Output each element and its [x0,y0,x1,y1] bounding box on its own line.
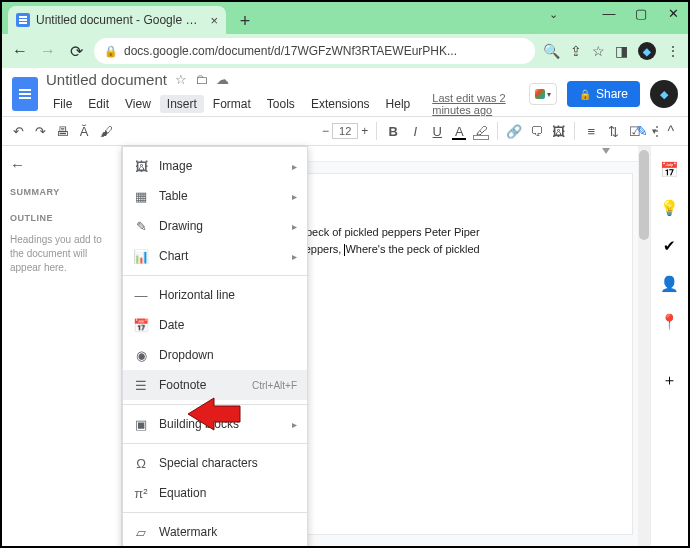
font-size-plus[interactable]: + [361,124,368,138]
insert-table[interactable]: ▦Table▸ [123,181,307,211]
spellcheck-icon[interactable]: Ă [76,123,92,139]
blocks-icon: ▣ [133,416,149,432]
insert-comment-icon[interactable]: 🗨 [528,123,544,139]
menu-item-label: Horizontal line [159,288,297,302]
tab-list-caret-icon[interactable]: ⌄ [549,8,558,21]
pencil-icon: ✎ [636,123,648,139]
toolbar: ↶ ↷ 🖶 Ă 🖌 − 12 + B I U A 🖊 🔗 🗨 🖼 ≡ ⇅ ☑ ⋮… [2,116,688,146]
menu-edit[interactable]: Edit [81,95,116,113]
calendar-icon[interactable]: 📅 [660,160,680,180]
bold-icon[interactable]: B [385,123,401,139]
line-spacing-icon[interactable]: ⇅ [605,123,621,139]
insert-chart[interactable]: 📊Chart▸ [123,241,307,271]
menu-bar: FileEditViewInsertFormatToolsExtensionsH… [46,90,521,118]
insert-drawing[interactable]: ✎Drawing▸ [123,211,307,241]
menu-extensions[interactable]: Extensions [304,95,377,113]
last-edit-link[interactable]: Last edit was 2 minutes ago [425,90,521,118]
submenu-arrow-icon: ▸ [292,221,297,232]
dropdown-icon: ◉ [133,347,149,363]
svg-marker-0 [188,398,240,430]
menu-tools[interactable]: Tools [260,95,302,113]
cloud-status-icon[interactable]: ☁ [216,72,229,87]
watermark-icon: ▱ [133,524,149,540]
footnote-icon: ☰ [133,377,149,393]
maximize-icon[interactable]: ▢ [632,6,650,21]
font-size-input[interactable]: 12 [332,123,358,139]
insert-image[interactable]: 🖼Image▸ [123,151,307,181]
body-text-2b: Where's the peck of pickled [345,243,479,255]
document-title[interactable]: Untitled document [46,71,167,88]
print-icon[interactable]: 🖶 [54,123,70,139]
menu-file[interactable]: File [46,95,79,113]
menu-view[interactable]: View [118,95,158,113]
side-rail: 📅 💡 ✔ 👤 📍 ＋ [650,146,688,546]
menu-insert[interactable]: Insert [160,95,204,113]
date-icon: 📅 [133,317,149,333]
contacts-icon[interactable]: 👤 [660,274,680,294]
keep-icon[interactable]: 💡 [660,198,680,218]
redo-icon[interactable]: ↷ [32,123,48,139]
image-icon: 🖼 [133,158,149,174]
share-label: Share [596,87,628,101]
forward-button[interactable]: → [38,41,58,61]
close-window-icon[interactable]: ✕ [664,6,682,21]
menu-item-label: Table [159,189,282,203]
submenu-arrow-icon: ▸ [292,191,297,202]
browser-menu-icon[interactable]: ⋮ [666,43,680,59]
star-icon[interactable]: ☆ [175,72,187,87]
minimize-icon[interactable]: — [600,6,618,21]
insert-date[interactable]: 📅Date [123,310,307,340]
insert-link-icon[interactable]: 🔗 [506,123,522,139]
share-url-icon[interactable]: ⇪ [570,43,582,59]
highlight-icon[interactable]: 🖊 [473,123,489,139]
new-tab-button[interactable]: + [232,8,258,34]
undo-icon[interactable]: ↶ [10,123,26,139]
outline-hint: Headings you add to the document will ap… [10,233,113,275]
table-icon: ▦ [133,188,149,204]
menu-format[interactable]: Format [206,95,258,113]
italic-icon[interactable]: I [407,123,423,139]
url-text: docs.google.com/document/d/17WGFzWNf3RTA… [124,44,525,58]
lock-icon: 🔒 [104,45,118,58]
back-button[interactable]: ← [10,41,30,61]
profile-avatar-icon[interactable]: ◆ [638,42,656,60]
insert-equation[interactable]: π²Equation [123,478,307,508]
extensions-icon[interactable]: ◨ [615,43,628,59]
share-button[interactable]: Share [567,81,640,107]
insert-special-characters[interactable]: ΩSpecial characters [123,448,307,478]
meet-button[interactable]: ▾ [529,83,557,105]
insert-horizontal-line[interactable]: —Horizontal line [123,280,307,310]
insert-dropdown[interactable]: ◉Dropdown [123,340,307,370]
underline-icon[interactable]: U [429,123,445,139]
font-size-minus[interactable]: − [322,124,329,138]
insert-image-icon[interactable]: 🖼 [550,123,566,139]
address-bar: ← → ⟳ 🔒 docs.google.com/document/d/17WGF… [2,34,688,68]
paint-format-icon[interactable]: 🖌 [98,123,114,139]
omega-icon: Ω [133,455,149,471]
insert-watermark[interactable]: ▱Watermark [123,517,307,547]
editing-mode-button[interactable]: ✎ ▾ ^ [630,121,680,141]
maps-icon[interactable]: 📍 [660,312,680,332]
tab-strip: Untitled document - Google Doc × + ⌄ — ▢… [2,2,688,34]
browser-tab[interactable]: Untitled document - Google Doc × [8,6,226,34]
tasks-icon[interactable]: ✔ [660,236,680,256]
text-color-icon[interactable]: A [451,123,467,139]
menu-item-label: Footnote [159,378,242,392]
drawing-icon: ✎ [133,218,149,234]
reload-button[interactable]: ⟳ [66,41,86,61]
align-icon[interactable]: ≡ [583,123,599,139]
menu-help[interactable]: Help [379,95,418,113]
submenu-arrow-icon: ▸ [292,251,297,262]
tab-close-icon[interactable]: × [210,13,218,28]
collapse-outline-icon[interactable]: ← [10,156,113,173]
doc-scrollbar[interactable] [638,146,650,546]
docs-logo-icon[interactable] [12,77,38,111]
move-icon[interactable]: 🗀 [195,72,208,87]
ruler-right-marker-icon[interactable] [602,148,610,154]
menu-item-label: Watermark [159,525,297,539]
add-addon-icon[interactable]: ＋ [660,370,680,390]
zoom-icon[interactable]: 🔍 [543,43,560,59]
bookmark-star-icon[interactable]: ☆ [592,43,605,59]
url-input[interactable]: 🔒 docs.google.com/document/d/17WGFzWNf3R… [94,38,535,64]
account-avatar-icon[interactable]: ◆ [650,80,678,108]
